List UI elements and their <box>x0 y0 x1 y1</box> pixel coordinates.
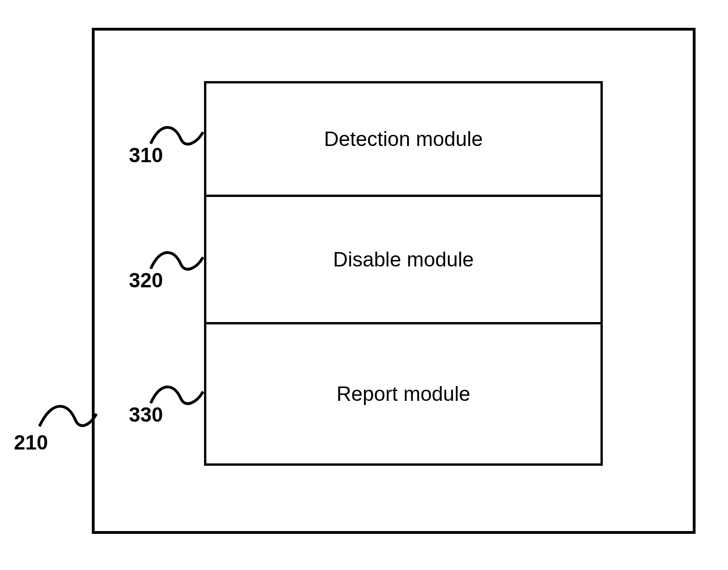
diagram-canvas: Detection module Disable module Report m… <box>0 0 728 570</box>
report-module-box: Report module <box>204 322 603 466</box>
report-module-label: Report module <box>337 382 471 405</box>
ref-310-label: 310 <box>129 144 163 167</box>
disable-module-label: Disable module <box>333 248 473 271</box>
ref-320-label: 320 <box>129 269 163 292</box>
detection-module-label: Detection module <box>324 127 483 151</box>
detection-module-box: Detection module <box>204 81 603 197</box>
disable-module-box: Disable module <box>204 195 603 324</box>
lead-line-210 <box>37 396 97 433</box>
ref-330-label: 330 <box>129 403 163 426</box>
module-stack: Detection module Disable module Report m… <box>204 81 603 466</box>
ref-210-label: 210 <box>14 431 48 454</box>
